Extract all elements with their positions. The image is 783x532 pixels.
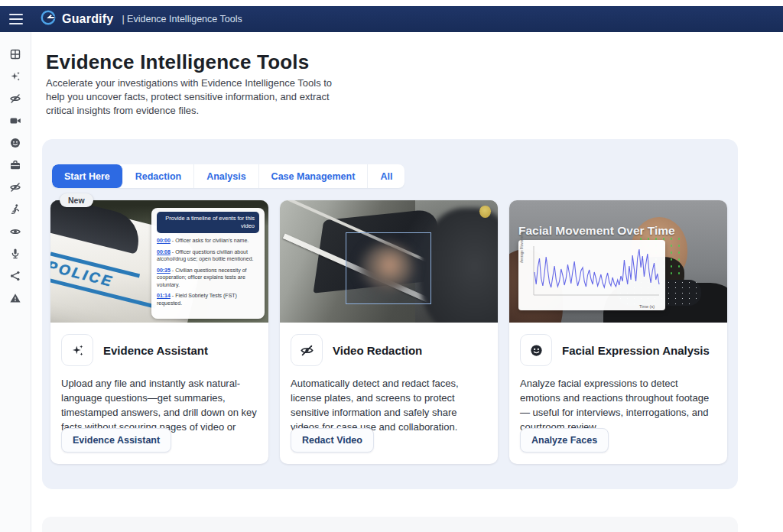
card-title: Evidence Assistant (103, 344, 208, 357)
chart-title: Facial Movement Over Time (518, 224, 675, 238)
filter-tabs: Start Here Redaction Analysis Case Manag… (52, 164, 404, 188)
smiley-icon (520, 334, 552, 366)
timeline-entry: 00:08 - Officer questions civilian about… (157, 248, 259, 263)
tools-panel: Start Here Redaction Analysis Case Manag… (42, 139, 738, 489)
runner-icon[interactable] (8, 203, 23, 216)
evidence-assistant-preview-image: POLICE Provide a timeline of events for … (50, 200, 268, 323)
timestamp-link[interactable]: 01:14 (157, 293, 171, 298)
eye-off-icon[interactable] (8, 92, 23, 105)
timestamp-link[interactable]: 00:00 (157, 238, 171, 243)
video-camera-icon[interactable] (8, 115, 23, 127)
guardify-logo-icon (40, 9, 57, 29)
chart-x-label: Time (s) (639, 304, 655, 309)
face-detection-box (346, 232, 431, 304)
page-description: Accelerate your investigations with Evid… (46, 76, 353, 118)
card-description: Automatically detect and redact faces, l… (291, 376, 487, 434)
movement-chart: Average Movement Time (s) (518, 240, 665, 310)
chat-overlay: Provide a timeline of events for this vi… (151, 208, 265, 319)
briefcase-icon[interactable] (8, 159, 23, 171)
eye-off-icon (291, 334, 323, 366)
chart-y-label: Average Movement (520, 233, 524, 263)
timeline-entry: 01:14 - Field Sobriety Tests (FST) reque… (157, 292, 259, 307)
card-title: Facial Expression Analysis (562, 344, 710, 357)
evidence-assistant-button[interactable]: Evidence Assistant (61, 428, 171, 453)
next-section-panel (42, 517, 738, 532)
card-evidence-assistant: New POLICE Provide a timeline of events … (50, 200, 268, 464)
card-title: Video Redaction (333, 344, 422, 357)
tab-case-management[interactable]: Case Management (259, 164, 369, 188)
facial-analysis-preview-image: Facial Movement Over Time Average Moveme… (509, 200, 727, 323)
timeline-entry: 00:35 - Civilian questions necessity of … (157, 267, 259, 289)
warning-triangle-icon[interactable] (8, 292, 23, 304)
redact-video-button[interactable]: Redact Video (291, 428, 374, 453)
tab-start-here[interactable]: Start Here (52, 164, 123, 188)
brand-name: Guardify (62, 12, 113, 26)
analyze-faces-button[interactable]: Analyze Faces (520, 428, 609, 453)
hamburger-menu-icon[interactable] (9, 14, 23, 24)
timeline-entry: 00:00 - Officer asks for civilian's name… (157, 237, 259, 245)
sidebar-rail (0, 32, 31, 532)
new-badge: New (60, 193, 93, 207)
share-nodes-icon[interactable] (8, 270, 23, 282)
smiley-icon[interactable] (8, 137, 23, 149)
tab-redaction[interactable]: Redaction (123, 164, 194, 188)
timestamp-link[interactable]: 00:08 (157, 249, 171, 255)
grid-icon[interactable] (8, 48, 23, 60)
brand-subtitle: | Evidence Intelligence Tools (122, 14, 242, 24)
eye-off-icon[interactable] (8, 181, 23, 193)
tool-cards: New POLICE Provide a timeline of events … (50, 200, 727, 464)
microphone-icon[interactable] (8, 248, 23, 260)
card-video-redaction: Video Redaction Automatically detect and… (280, 200, 498, 464)
chat-prompt-bubble: Provide a timeline of events for this vi… (157, 212, 259, 233)
top-navbar: Guardify | Evidence Intelligence Tools (0, 6, 783, 32)
page-title: Evidence Intelligence Tools (46, 50, 309, 74)
card-facial-expression-analysis: Facial Movement Over Time Average Moveme… (509, 200, 727, 464)
timestamp-link[interactable]: 00:35 (157, 268, 171, 273)
card-description: Analyze facial expressions to detect emo… (520, 376, 716, 434)
tab-all[interactable]: All (368, 164, 404, 188)
brand: Guardify | Evidence Intelligence Tools (40, 9, 242, 29)
sparkles-icon (61, 334, 93, 366)
eye-icon[interactable] (8, 225, 23, 238)
video-redaction-preview-image (280, 200, 498, 323)
tab-analysis[interactable]: Analysis (194, 164, 258, 188)
sparkles-icon[interactable] (8, 70, 23, 83)
